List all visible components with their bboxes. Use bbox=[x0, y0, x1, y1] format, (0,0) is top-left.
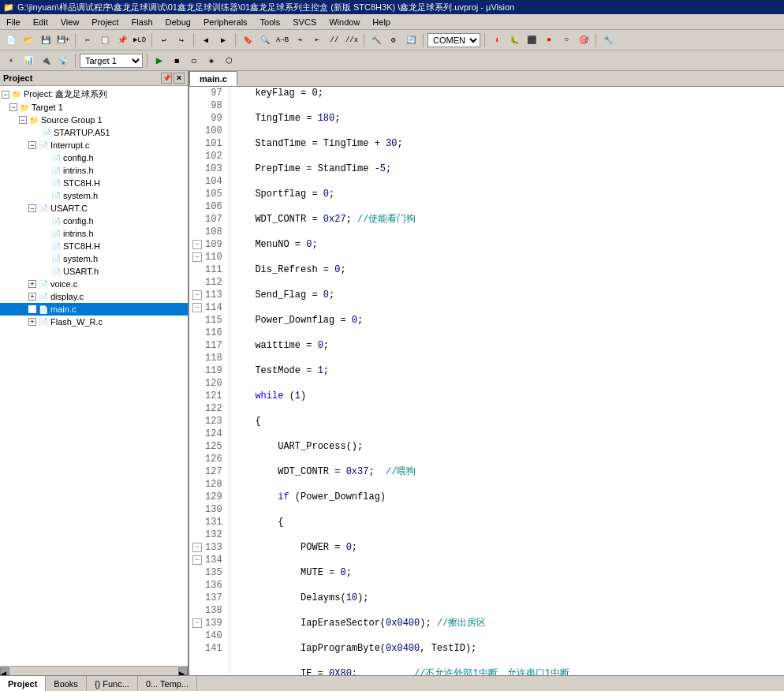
tree-item-display[interactable]: + 📄 display.c bbox=[0, 290, 188, 303]
save-all-btn[interactable]: 💾+ bbox=[55, 32, 71, 48]
bookmark-btn[interactable]: 🔖 bbox=[240, 32, 256, 48]
tab-templates[interactable]: 0... Temp... bbox=[138, 676, 197, 691]
menu-item-edit[interactable]: Edit bbox=[27, 14, 54, 29]
expand-interrupt[interactable]: − bbox=[28, 141, 36, 149]
tb2-btn2[interactable]: 📊 bbox=[21, 53, 36, 69]
tree-item-system2[interactable]: 📄 system.h bbox=[0, 252, 188, 265]
fold-134[interactable]: − bbox=[192, 555, 202, 565]
code-container[interactable]: 97 98 99 100 101 102 103 104 105 106 107… bbox=[189, 87, 784, 675]
copy-btn[interactable]: 📋 bbox=[97, 32, 113, 48]
hscroll-right[interactable]: ▶ bbox=[178, 667, 188, 675]
uncomment-btn[interactable]: //x bbox=[344, 32, 360, 48]
debug-btn[interactable]: 🐛 bbox=[506, 32, 522, 48]
expand-voice[interactable]: + bbox=[28, 280, 36, 288]
tree-item-sourcegroup[interactable]: − 📁 Source Group 1 bbox=[0, 114, 188, 126]
tb2-btn7[interactable]: ◈ bbox=[203, 53, 219, 69]
expand-main[interactable]: + bbox=[28, 305, 36, 313]
unindent-btn[interactable]: ⇤ bbox=[309, 32, 325, 48]
rebuild-btn[interactable]: 🔄 bbox=[403, 32, 419, 48]
replace-btn[interactable]: A→B bbox=[274, 32, 290, 48]
menu-item-debug[interactable]: Debug bbox=[159, 14, 197, 29]
open-btn[interactable]: 📂 bbox=[21, 32, 36, 48]
menu-item-peripherals[interactable]: Peripherals bbox=[197, 14, 254, 29]
tree-item-system1[interactable]: 📄 system.h bbox=[0, 189, 188, 202]
tab-books[interactable]: Books bbox=[46, 676, 87, 691]
tree-item-config2[interactable]: 📄 config.h bbox=[0, 215, 188, 227]
tree-item-target[interactable]: − 📁 Target 1 bbox=[0, 101, 188, 114]
comment-btn[interactable]: // bbox=[327, 32, 342, 48]
tree-item-flash[interactable]: + 📄 Flash_W_R.c bbox=[0, 316, 188, 328]
tree-item-intrins1[interactable]: 📄 intrins.h bbox=[0, 164, 188, 177]
find-btn[interactable]: 🔍 bbox=[257, 32, 273, 48]
compile-btn[interactable]: ⚙ bbox=[386, 32, 401, 48]
tb2-btn3[interactable]: 🔌 bbox=[38, 53, 54, 69]
tree-item-voice[interactable]: + 📄 voice.c bbox=[0, 278, 188, 290]
save-btn[interactable]: 💾 bbox=[38, 32, 54, 48]
fold-139[interactable]: − bbox=[192, 618, 202, 628]
circle-btn[interactable]: ○ bbox=[558, 32, 574, 48]
menu-item-view[interactable]: View bbox=[54, 14, 86, 29]
menu-item-help[interactable]: Help bbox=[366, 14, 397, 29]
project-close-btn[interactable]: ✕ bbox=[174, 73, 185, 84]
paste-btn[interactable]: 📌 bbox=[114, 32, 130, 48]
target-btn[interactable]: 🎯 bbox=[576, 32, 592, 48]
fold-110[interactable]: − bbox=[192, 252, 202, 262]
project-pin-btn[interactable]: 📌 bbox=[161, 73, 172, 84]
build-btn[interactable]: 🔨 bbox=[368, 32, 384, 48]
tab-project[interactable]: Project bbox=[0, 676, 46, 691]
tree-item-interrupt[interactable]: − 📄 Interrupt.c bbox=[0, 139, 188, 151]
tb2-btn5[interactable]: ◼ bbox=[169, 53, 185, 69]
project-hscrollbar[interactable]: ◀ ▶ bbox=[0, 666, 188, 675]
new-btn[interactable]: 📄 bbox=[3, 32, 19, 48]
menu-item-svcs[interactable]: SVCS bbox=[286, 14, 323, 29]
fold-114[interactable]: − bbox=[192, 303, 202, 312]
cut-btn[interactable]: ✂ bbox=[80, 32, 95, 48]
menu-item-project[interactable]: Project bbox=[85, 14, 125, 29]
redo-btn[interactable]: ↪ bbox=[174, 32, 189, 48]
nav-back-btn[interactable]: ◀ bbox=[198, 32, 214, 48]
tb2-btn4[interactable]: 📡 bbox=[55, 53, 71, 69]
code-editor[interactable]: keyFlag = 0; TingTime = 180; StandTime =… bbox=[230, 87, 784, 675]
stop-btn[interactable]: ⬛ bbox=[524, 32, 539, 48]
fold-109[interactable]: − bbox=[192, 240, 202, 249]
expand-display[interactable]: + bbox=[28, 293, 36, 301]
nav-fwd-btn[interactable]: ▶ bbox=[215, 32, 231, 48]
settings-btn[interactable]: 🔧 bbox=[600, 32, 616, 48]
tb2-run-btn[interactable]: ▶ bbox=[151, 53, 167, 69]
tree-item-config1[interactable]: 📄 config.h bbox=[0, 151, 188, 164]
menu-item-window[interactable]: Window bbox=[323, 14, 366, 29]
tree-item-intrins2[interactable]: 📄 intrins.h bbox=[0, 227, 188, 240]
project-header: Project 📌 ✕ bbox=[0, 71, 188, 86]
expand-flash[interactable]: + bbox=[28, 318, 36, 326]
tree-item-main[interactable]: + 📄 main.c bbox=[0, 303, 188, 316]
load-btn[interactable]: ▶LD bbox=[132, 32, 147, 48]
undo-btn[interactable]: ↩ bbox=[156, 32, 172, 48]
expand-sourcegroup[interactable]: − bbox=[19, 116, 27, 124]
target-select[interactable]: Target 1 bbox=[80, 54, 143, 68]
tree-item-stc8h1[interactable]: 📄 STC8H.H bbox=[0, 177, 188, 189]
tree-item-stc8h2[interactable]: 📄 STC8H.H bbox=[0, 240, 188, 252]
hscroll-track[interactable] bbox=[9, 667, 178, 675]
menu-item-flash[interactable]: Flash bbox=[125, 14, 159, 29]
target-combo[interactable]: COMEN bbox=[427, 33, 480, 47]
tab-main-c[interactable]: main.c bbox=[189, 71, 237, 86]
tree-item-project[interactable]: − 📁 Project: 鑫龙足球系列 bbox=[0, 88, 188, 101]
fold-113[interactable]: − bbox=[192, 290, 202, 300]
red-btn[interactable]: ● bbox=[541, 32, 557, 48]
menu-item-tools[interactable]: Tools bbox=[254, 14, 287, 29]
menu-item-file[interactable]: File bbox=[0, 14, 27, 29]
hscroll-left[interactable]: ◀ bbox=[0, 667, 9, 675]
expand-project[interactable]: − bbox=[2, 91, 9, 99]
tb2-btn8[interactable]: ⬡ bbox=[221, 53, 237, 69]
tb2-btn6[interactable]: ◻ bbox=[186, 53, 202, 69]
download-btn[interactable]: ⬇ bbox=[489, 32, 505, 48]
expand-usart[interactable]: − bbox=[28, 204, 36, 212]
tb2-btn1[interactable]: ⚡ bbox=[3, 53, 19, 69]
tree-item-usart[interactable]: − 📄 USART.C bbox=[0, 202, 188, 215]
tree-item-startup[interactable]: 📄 STARTUP.A51 bbox=[0, 126, 188, 139]
tab-functions[interactable]: {} Func... bbox=[87, 676, 138, 691]
indent-btn[interactable]: ⇥ bbox=[292, 32, 308, 48]
tree-item-usarth[interactable]: 📄 USART.h bbox=[0, 265, 188, 278]
fold-133[interactable]: − bbox=[192, 543, 202, 552]
expand-target[interactable]: − bbox=[9, 103, 17, 111]
